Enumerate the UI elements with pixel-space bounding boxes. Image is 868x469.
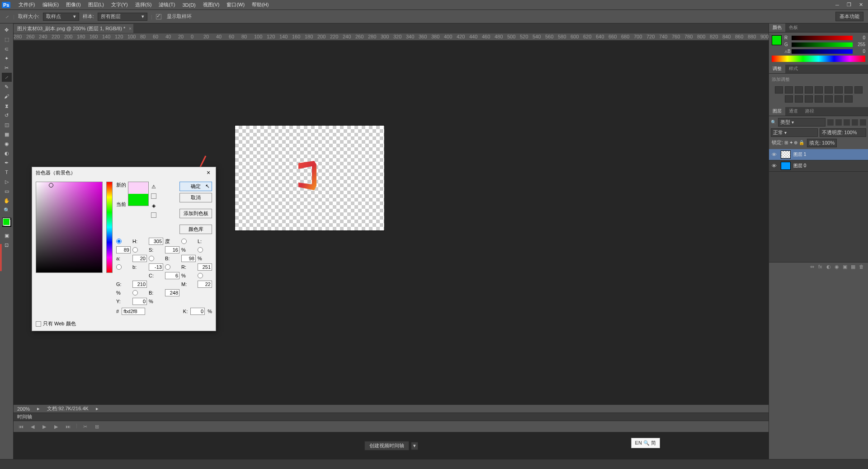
adjust-exposure-icon[interactable] bbox=[805, 86, 813, 94]
color-field-marker[interactable] bbox=[49, 183, 53, 188]
adjust-selective-icon[interactable] bbox=[844, 95, 853, 103]
adjust-hue-icon[interactable] bbox=[825, 86, 833, 94]
menu-image[interactable]: 图像(I) bbox=[62, 1, 84, 8]
create-timeline-button[interactable]: 创建视频时间轴 bbox=[364, 441, 409, 450]
k-input[interactable] bbox=[190, 308, 205, 315]
screenmode-icon[interactable]: ⊡ bbox=[2, 240, 12, 249]
zoom-arrow-icon[interactable]: ▸ bbox=[37, 406, 40, 412]
visibility-icon[interactable]: 👁 bbox=[772, 163, 778, 169]
color-ramp[interactable] bbox=[772, 56, 865, 62]
dialog-titlebar[interactable]: 拾色器（前景色） × bbox=[32, 167, 216, 178]
paths-tab[interactable]: 路径 bbox=[802, 107, 818, 116]
ok-button[interactable]: 确定↖ bbox=[179, 182, 212, 191]
m-input[interactable] bbox=[198, 281, 212, 288]
styles-tab[interactable]: 样式 bbox=[785, 65, 802, 73]
g-slider[interactable] bbox=[792, 42, 853, 47]
new-group-icon[interactable]: ▣ bbox=[843, 264, 849, 270]
magic-wand-tool-icon[interactable]: ✦ bbox=[2, 54, 12, 63]
opacity-field[interactable]: 不透明度: 100% bbox=[820, 128, 867, 137]
shape-tool-icon[interactable]: ▭ bbox=[2, 187, 12, 196]
g-radio[interactable] bbox=[198, 273, 203, 278]
b-radio[interactable] bbox=[132, 290, 138, 295]
r-slider[interactable] bbox=[792, 36, 853, 40]
a-input[interactable] bbox=[132, 255, 147, 262]
window-maximize[interactable]: ❐ bbox=[844, 1, 854, 9]
layer-filter-kind[interactable]: 类型 ▾ bbox=[778, 118, 826, 127]
eraser-tool-icon[interactable]: ◫ bbox=[2, 120, 12, 129]
zoom-level[interactable]: 200% bbox=[17, 406, 30, 412]
websafe-swatch[interactable] bbox=[151, 212, 156, 218]
color-swatches[interactable] bbox=[2, 218, 11, 227]
bv-radio[interactable] bbox=[149, 256, 154, 261]
layer-row-1[interactable]: 👁 图层 1 bbox=[769, 149, 868, 160]
a-radio[interactable] bbox=[198, 247, 203, 253]
menu-3d[interactable]: 3D(D) bbox=[179, 2, 199, 8]
adjust-levels-icon[interactable] bbox=[785, 86, 793, 94]
adjust-channelmix-icon[interactable] bbox=[785, 95, 793, 103]
visibility-icon[interactable]: 👁 bbox=[772, 152, 778, 157]
zoom-tool-icon[interactable]: 🔍 bbox=[2, 206, 12, 215]
new-layer-icon[interactable]: ▦ bbox=[851, 264, 857, 270]
adjust-colorbalance-icon[interactable] bbox=[835, 86, 843, 94]
layer-fx-icon[interactable]: fx bbox=[818, 264, 825, 270]
b-slider[interactable] bbox=[792, 49, 853, 54]
adjust-bw-icon[interactable] bbox=[844, 86, 853, 94]
menu-view[interactable]: 视图(V) bbox=[199, 1, 223, 8]
quickmask-icon[interactable]: ▣ bbox=[2, 231, 12, 240]
l-radio[interactable] bbox=[181, 239, 187, 244]
l-input[interactable] bbox=[116, 246, 131, 253]
hex-input[interactable] bbox=[122, 308, 145, 315]
stamp-tool-icon[interactable]: ⧗ bbox=[2, 101, 12, 110]
filter-pixel-icon[interactable] bbox=[827, 119, 834, 126]
first-frame-icon[interactable]: ⏮ bbox=[17, 423, 24, 430]
color-field[interactable] bbox=[36, 182, 103, 273]
color-tab[interactable]: 颜色 bbox=[769, 23, 785, 32]
timeline-tab[interactable]: 时间轴 bbox=[14, 413, 769, 421]
link-layers-icon[interactable]: ⇔ bbox=[810, 264, 816, 270]
adjust-colorlookup-icon[interactable] bbox=[795, 95, 803, 103]
filter-smart-icon[interactable] bbox=[860, 119, 866, 126]
move-tool-icon[interactable]: ✥ bbox=[2, 25, 12, 34]
close-icon[interactable]: × bbox=[129, 26, 132, 31]
gradient-tool-icon[interactable]: ▦ bbox=[2, 130, 12, 139]
b-input[interactable] bbox=[165, 289, 179, 296]
menu-type[interactable]: 文字(Y) bbox=[108, 1, 132, 8]
h-input[interactable] bbox=[149, 238, 163, 245]
new-current-swatch[interactable] bbox=[128, 182, 149, 206]
hue-slider[interactable] bbox=[106, 182, 113, 273]
menu-select[interactable]: 选择(S) bbox=[132, 1, 156, 8]
adjust-threshold-icon[interactable] bbox=[825, 95, 833, 103]
path-select-tool-icon[interactable]: ▷ bbox=[2, 177, 12, 186]
r-radio[interactable] bbox=[165, 264, 170, 270]
split-icon[interactable]: ⊞ bbox=[94, 423, 101, 430]
layers-tab[interactable]: 图层 bbox=[769, 107, 785, 116]
bv-input[interactable] bbox=[181, 255, 196, 262]
filter-adjust-icon[interactable] bbox=[835, 119, 842, 126]
menu-file[interactable]: 文件(F) bbox=[15, 1, 38, 8]
lab-b-input[interactable] bbox=[149, 263, 163, 271]
marquee-tool-icon[interactable]: ⬚ bbox=[2, 35, 12, 44]
c-input[interactable] bbox=[165, 272, 179, 279]
lasso-tool-icon[interactable]: ⊂ bbox=[2, 44, 12, 53]
eyedropper-tool-icon[interactable]: ⟋ bbox=[2, 73, 12, 82]
blend-mode-select[interactable]: 正常 ▾ bbox=[771, 128, 818, 137]
show-ring-checkbox[interactable] bbox=[156, 14, 161, 19]
adjust-vibrance-icon[interactable] bbox=[815, 86, 823, 94]
r-input[interactable] bbox=[198, 263, 212, 271]
color-libraries-button[interactable]: 颜色库 bbox=[179, 225, 212, 234]
hand-tool-icon[interactable]: ✋ bbox=[2, 196, 12, 205]
adjust-posterize-icon[interactable] bbox=[815, 95, 823, 103]
h-radio[interactable] bbox=[116, 239, 122, 244]
doc-info-arrow-icon[interactable]: ▸ bbox=[96, 406, 99, 412]
window-minimize[interactable]: ─ bbox=[832, 1, 843, 9]
audio-icon[interactable]: ✂ bbox=[82, 423, 89, 430]
layer-row-0[interactable]: 👁 图层 0 bbox=[769, 160, 868, 172]
filter-shape-icon[interactable] bbox=[852, 119, 858, 126]
channels-tab[interactable]: 通道 bbox=[785, 107, 802, 116]
adjust-invert-icon[interactable] bbox=[805, 95, 813, 103]
gamut-warning-icon[interactable]: ⚠ bbox=[151, 183, 157, 190]
s-input[interactable] bbox=[165, 246, 179, 253]
y-input[interactable] bbox=[132, 298, 147, 305]
spot-heal-tool-icon[interactable]: ✎ bbox=[2, 82, 12, 91]
filter-type-icon[interactable] bbox=[844, 119, 850, 126]
